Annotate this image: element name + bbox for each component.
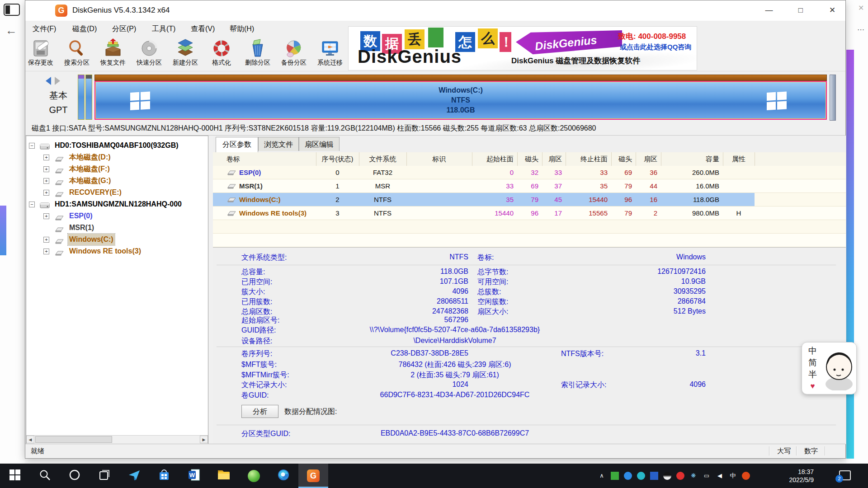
ime-mode-char[interactable]: 半 <box>808 369 817 380</box>
delete-partition-button[interactable]: 删除分区 <box>240 38 276 70</box>
expand-icon[interactable]: + <box>43 190 49 196</box>
tray-battery-icon[interactable]: ▭ <box>703 472 711 480</box>
partition-bar-windows-c[interactable]: Windows(C:) NTFS 118.0GB <box>94 75 827 120</box>
tree-item[interactable]: +本地磁盘(D:) <box>26 151 208 163</box>
tray-green-app-icon[interactable] <box>611 472 619 480</box>
expand-icon[interactable]: + <box>43 155 49 160</box>
expand-icon[interactable]: + <box>43 166 49 172</box>
expand-icon[interactable]: + <box>43 213 49 219</box>
taskbar-clock[interactable]: 18:37 2022/5/9 <box>769 468 814 484</box>
tray-qq-icon[interactable] <box>663 472 671 480</box>
sidebar-toggle-icon[interactable] <box>4 4 20 16</box>
menu-partition[interactable]: 分区(P) <box>109 21 139 37</box>
column-header[interactable]: 扇区 <box>542 152 566 166</box>
table-row[interactable]: MSR(1)1MSR33693735794416.0MB <box>213 179 846 193</box>
table-row[interactable]: Windows RE tools(3)3NTFS1544096171556579… <box>213 206 846 220</box>
column-header[interactable]: 扇区 <box>636 152 661 166</box>
banner-qq-link[interactable]: 或点击此处选择QQ咨询 <box>620 43 691 52</box>
tree-item[interactable]: −HD1:SAMSUNGMZNLN128HAHQ-000 <box>26 198 208 210</box>
taskbar-ms-store-button[interactable] <box>149 464 179 488</box>
taskbar-edge-button[interactable] <box>269 464 298 488</box>
system-migration-button[interactable]: 系统迁移 <box>312 38 348 70</box>
close-button[interactable]: ✕ <box>821 0 844 20</box>
column-header[interactable]: 磁头 <box>517 152 542 166</box>
notification-center-icon[interactable]: 2 <box>839 470 851 480</box>
menu-file[interactable]: 文件(F) <box>30 21 59 37</box>
more-options-icon[interactable]: ⋯ <box>857 25 864 34</box>
collapse-icon[interactable]: − <box>29 202 35 207</box>
column-header[interactable]: 终止柱面 <box>566 152 611 166</box>
tree-item[interactable]: +Windows RE tools(3) <box>26 245 208 257</box>
tray-volume-icon[interactable]: ◀ <box>716 472 724 480</box>
column-header[interactable]: 序号(状态) <box>316 152 359 166</box>
tree-item[interactable]: +本地磁盘(G:) <box>26 175 208 187</box>
expand-icon[interactable]: + <box>43 249 49 254</box>
tree-item[interactable]: +ESP(0) <box>26 210 208 222</box>
taskbar-start-button[interactable] <box>0 464 30 488</box>
menu-disk[interactable]: 磁盘(D) <box>70 21 99 37</box>
prev-disk-icon[interactable] <box>46 77 51 85</box>
mini-partition-msr[interactable] <box>85 75 92 120</box>
tray-expand-icon[interactable]: ∧ <box>598 472 606 480</box>
column-header[interactable]: 文件系统 <box>359 152 406 166</box>
expand-icon[interactable]: + <box>43 178 49 184</box>
tree-item[interactable]: +本地磁盘(F:) <box>26 163 208 175</box>
taskbar-green-browser-button[interactable] <box>239 464 269 488</box>
quick-partition-button[interactable]: 快速分区 <box>131 38 167 70</box>
backup-partition-button[interactable]: 备份分区 <box>276 38 312 70</box>
new-partition-button[interactable]: 新建分区 <box>167 38 203 70</box>
tray-red-circle-app-icon[interactable] <box>676 472 684 480</box>
back-arrow-icon[interactable]: ← <box>5 23 17 38</box>
panel-splitter[interactable] <box>208 136 213 444</box>
taskbar-file-explorer-button[interactable] <box>209 464 239 488</box>
search-partition-button[interactable]: 搜索分区 <box>59 38 95 70</box>
ime-mode-char[interactable]: 简 <box>808 357 817 369</box>
taskbar-cortana-button[interactable] <box>60 464 90 488</box>
tab-browse-files[interactable]: 浏览文件 <box>258 137 299 151</box>
ime-status-popup[interactable]: 中简半♥ <box>802 342 857 394</box>
scroll-right-icon[interactable]: ▶ <box>200 436 208 443</box>
expand-icon[interactable]: + <box>43 237 49 243</box>
tray-snowflake-app-icon[interactable]: ❋ <box>689 472 698 480</box>
tray-blue-square-app-icon[interactable] <box>650 472 658 480</box>
column-header[interactable]: 标识 <box>406 152 472 166</box>
minimize-button[interactable]: — <box>758 0 780 20</box>
tree-item[interactable]: −HD0:TOSHIBAMQ04ABF100(932GB) <box>26 140 208 151</box>
format-button[interactable]: 格式化 <box>203 38 240 70</box>
tree-item[interactable]: +RECOVERY(E:) <box>26 187 208 198</box>
column-header[interactable]: 卷标 <box>217 152 316 166</box>
tree-horizontal-scrollbar[interactable]: ◀ ▶ <box>26 435 208 444</box>
tray-blue-circle-app-icon[interactable] <box>624 472 632 480</box>
tray-flame-app-icon[interactable] <box>742 472 750 480</box>
tray-ime-lang-icon[interactable]: 中 <box>729 472 737 480</box>
menu-tools[interactable]: 工具(T) <box>149 21 178 37</box>
column-header[interactable]: 磁头 <box>611 152 636 166</box>
tree-item[interactable]: MSR(1) <box>26 222 208 234</box>
ime-mode-char[interactable]: ♥ <box>808 380 817 392</box>
column-header[interactable]: 容量 <box>661 152 723 166</box>
tree-item[interactable]: +Windows(C:) <box>26 234 208 245</box>
menu-help[interactable]: 帮助(H) <box>227 21 257 37</box>
tray-teal-circle-app-icon[interactable] <box>637 472 645 480</box>
analyze-button[interactable]: 分析 <box>241 405 278 418</box>
tab-partition-params[interactable]: 分区参数 <box>216 137 258 152</box>
table-row[interactable]: Windows(C:)2NTFS357945154409616118.0GB <box>213 193 846 206</box>
taskbar-plane-app-button[interactable] <box>119 464 149 488</box>
table-row[interactable]: ESP(0)0FAT3203233336936260.0MB <box>213 166 846 179</box>
taskbar-word-button[interactable]: W <box>179 464 209 488</box>
tab-sector-edit[interactable]: 扇区编辑 <box>299 137 340 151</box>
ad-banner[interactable]: 数据丢怎么！ DiskGenius DiskGenius 致电: 400-008… <box>348 26 697 70</box>
save-changes-button[interactable]: 保存更改 <box>23 38 59 70</box>
recover-files-button[interactable]: 恢复文件 <box>95 38 131 70</box>
taskbar-search-button[interactable] <box>30 464 60 488</box>
column-header[interactable]: 属性 <box>723 152 755 166</box>
column-header[interactable]: 起始柱面 <box>472 152 517 166</box>
maximize-button[interactable]: □ <box>789 0 812 20</box>
ime-mode-char[interactable]: 中 <box>808 345 817 357</box>
taskbar-diskgenius-button[interactable]: G <box>298 464 328 488</box>
taskbar-task-view-button[interactable] <box>90 464 119 488</box>
collapse-icon[interactable]: − <box>29 143 35 149</box>
scrollbar-thumb[interactable] <box>35 436 112 443</box>
next-disk-icon[interactable] <box>55 77 60 85</box>
menu-view[interactable]: 查看(V) <box>188 21 217 37</box>
